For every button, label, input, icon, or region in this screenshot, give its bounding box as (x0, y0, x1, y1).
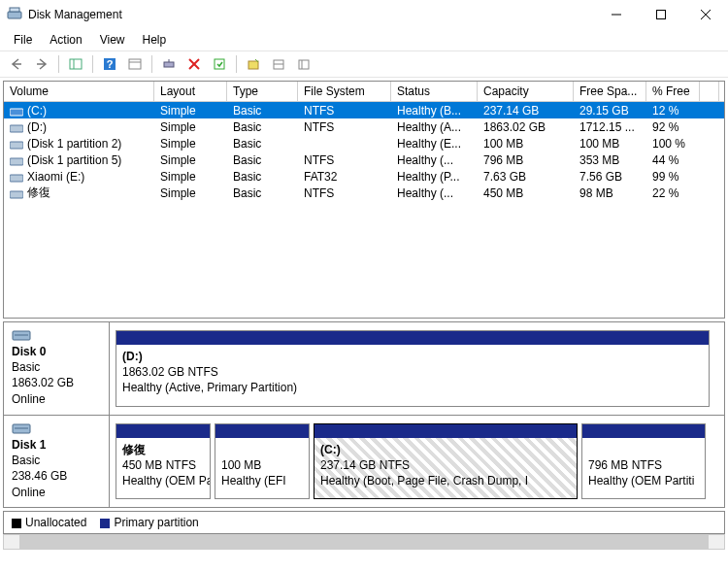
drive-icon (10, 122, 23, 132)
volume-row[interactable]: (C:)SimpleBasicNTFSHealthy (B...237.14 G… (4, 102, 724, 118)
disk-info[interactable]: Disk 1Basic238.46 GBOnline (4, 416, 110, 507)
menu-file[interactable]: File (6, 31, 40, 49)
volume-pctfree: 44 % (646, 153, 700, 167)
toolbar-separator (236, 55, 237, 73)
action2-button[interactable] (268, 53, 289, 75)
volume-layout: Simple (154, 104, 227, 118)
menu-help[interactable]: Help (135, 31, 175, 49)
volume-free: 29.15 GB (574, 104, 646, 118)
drive-icon (10, 172, 23, 182)
drive-icon (10, 106, 23, 116)
column-freespace[interactable]: Free Spa... (574, 82, 646, 101)
refresh-button[interactable] (158, 53, 180, 75)
legend-unallocated: Unallocated (12, 516, 86, 529)
drive-icon (10, 155, 23, 165)
volume-row[interactable]: (Disk 1 partition 5)SimpleBasicNTFSHealt… (4, 151, 724, 168)
svg-rect-16 (248, 61, 258, 69)
settings-button[interactable] (124, 53, 146, 75)
partition-stripe (582, 424, 705, 438)
disk-icon (12, 421, 31, 435)
volume-row[interactable]: (Disk 1 partition 2)SimpleBasicHealthy (… (4, 135, 724, 151)
svg-rect-19 (299, 60, 309, 69)
volume-layout: Simple (154, 137, 227, 151)
drive-icon (10, 139, 23, 149)
disk-row: Disk 0Basic1863.02 GBOnline(D:)1863.02 G… (3, 321, 725, 415)
volume-row[interactable]: (D:)SimpleBasicNTFSHealthy (A...1863.02 … (4, 118, 724, 135)
column-type[interactable]: Type (227, 82, 298, 101)
volume-type: Basic (227, 170, 298, 184)
delete-button[interactable] (183, 53, 205, 75)
volume-type: Basic (227, 186, 298, 200)
volume-row[interactable]: 修復SimpleBasicNTFSHealthy (...450 MB98 MB… (4, 185, 724, 201)
disk-icon (12, 328, 31, 342)
column-pctfree[interactable]: % Free (646, 82, 700, 101)
volume-free: 98 MB (574, 186, 646, 200)
partition-area: 修復450 MB NTFSHealthy (OEM Par100 MBHealt… (110, 416, 724, 507)
legend-primary: Primary partition (100, 516, 198, 529)
menu-action[interactable]: Action (42, 31, 89, 49)
partition-status: Healthy (OEM Par (122, 474, 210, 488)
action1-button[interactable] (243, 53, 264, 75)
svg-rect-0 (8, 12, 21, 18)
volume-pctfree: 92 % (646, 120, 700, 134)
partition-title: (D:) (122, 350, 143, 363)
volume-status: Healthy (... (391, 153, 478, 167)
column-capacity[interactable]: Capacity (478, 82, 574, 101)
volume-free: 7.56 GB (574, 170, 646, 184)
column-layout[interactable]: Layout (154, 82, 227, 101)
horizontal-scrollbar[interactable] (3, 534, 725, 550)
volume-free: 100 MB (574, 137, 646, 151)
disk-row: Disk 1Basic238.46 GBOnline修復450 MB NTFSH… (3, 415, 725, 508)
svg-rect-24 (10, 158, 23, 165)
partition[interactable]: 修復450 MB NTFSHealthy (OEM Par (116, 423, 211, 499)
svg-rect-23 (10, 142, 23, 149)
column-status[interactable]: Status (391, 82, 478, 101)
column-volume[interactable]: Volume (4, 82, 154, 101)
menu-view[interactable]: View (92, 31, 133, 49)
column-spacer (700, 82, 719, 101)
properties-button[interactable] (209, 53, 230, 75)
volume-fs: NTFS (298, 153, 391, 167)
partition[interactable]: (C:)237.14 GB NTFSHealthy (Boot, Page Fi… (314, 423, 578, 499)
toolbar: ? (0, 50, 728, 78)
volume-type: Basic (227, 137, 298, 151)
volume-capacity: 7.63 GB (478, 170, 574, 184)
partition-size: 237.14 GB NTFS (320, 458, 410, 472)
volume-status: Healthy (E... (391, 137, 478, 151)
help-button[interactable]: ? (99, 53, 120, 75)
toolbar-separator (92, 55, 93, 73)
column-filesystem[interactable]: File System (298, 82, 391, 101)
partition-status: Healthy (Active, Primary Partition) (122, 381, 297, 394)
volume-list[interactable]: Volume Layout Type File System Status Ca… (3, 81, 725, 319)
volume-name: (D:) (27, 120, 47, 134)
svg-rect-6 (70, 59, 82, 69)
disk-info[interactable]: Disk 0Basic1863.02 GBOnline (4, 322, 110, 415)
volume-row[interactable]: Xiaomi (E:)SimpleBasicFAT32Healthy (P...… (4, 168, 724, 185)
partition-size: 450 MB NTFS (122, 458, 196, 472)
volume-status: Healthy (A... (391, 120, 478, 134)
forward-button[interactable] (31, 53, 52, 75)
app-icon (7, 7, 22, 22)
volume-capacity: 100 MB (478, 137, 574, 151)
volume-type: Basic (227, 120, 298, 134)
partition[interactable]: (D:)1863.02 GB NTFSHealthy (Active, Prim… (116, 330, 710, 407)
back-button[interactable] (6, 53, 27, 75)
partition-stripe (314, 424, 577, 438)
close-button[interactable] (683, 0, 728, 28)
partition[interactable]: 100 MBHealthy (EFI (215, 423, 310, 499)
partition-size: 100 MB (221, 458, 261, 472)
svg-rect-12 (164, 62, 174, 67)
action3-button[interactable] (293, 53, 314, 75)
toolbar-separator (151, 55, 152, 73)
volume-name: (Disk 1 partition 5) (27, 153, 121, 167)
svg-rect-1 (10, 8, 19, 12)
column-headers: Volume Layout Type File System Status Ca… (4, 82, 724, 102)
volume-capacity: 796 MB (478, 153, 574, 167)
partition[interactable]: 796 MB NTFSHealthy (OEM Partiti (581, 423, 706, 499)
minimize-button[interactable] (594, 0, 639, 28)
svg-rect-10 (129, 59, 141, 69)
partition-status: Healthy (OEM Partiti (588, 474, 694, 488)
maximize-button[interactable] (639, 0, 683, 28)
volume-pctfree: 12 % (646, 104, 700, 118)
show-hide-tree-button[interactable] (65, 53, 86, 75)
